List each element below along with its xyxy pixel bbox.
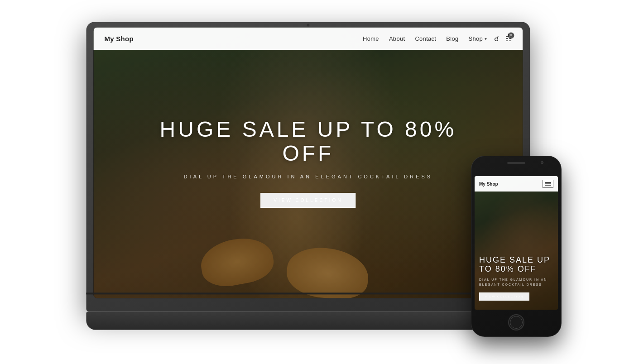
laptop-device: My Shop Home About Contact Blog Shop ▾: [86, 22, 530, 330]
phone-hero-view-collection-button[interactable]: VIEW COLLECTION: [479, 292, 529, 301]
nav-link-home[interactable]: Home: [363, 35, 379, 42]
phone-body: My Shop HUGE SALE UP TO 80% OFF DIAL UP …: [471, 156, 562, 337]
phone-home-button[interactable]: [508, 314, 524, 330]
laptop-screen: My Shop Home About Contact Blog Shop ▾: [93, 27, 523, 298]
search-icon[interactable]: ☌: [494, 34, 499, 43]
nav-shop-dropdown[interactable]: Shop ▾: [469, 35, 487, 42]
phone-navbar: My Shop: [475, 176, 558, 192]
menu-line-2: [545, 183, 551, 184]
nav-link-about[interactable]: About: [389, 35, 405, 42]
laptop-screen-bezel: My Shop Home About Contact Blog Shop ▾: [93, 27, 523, 298]
laptop-hero-title: HUGE SALE UP TO 80% OFF: [136, 118, 480, 166]
phone-home-button-inner: [510, 316, 523, 329]
phone-hero-subtitle: DIAL UP THE GLAMOUR IN AN ELEGANT COCKTA…: [479, 278, 553, 287]
phone-screen-bezel: My Shop HUGE SALE UP TO 80% OFF DIAL UP …: [475, 176, 558, 310]
laptop-body: My Shop Home About Contact Blog Shop ▾: [86, 22, 530, 311]
laptop-base: [86, 311, 530, 330]
laptop-hero-view-collection-button[interactable]: VIEW COLLECTION: [260, 193, 355, 208]
menu-line-3: [545, 185, 551, 186]
phone-screen: My Shop HUGE SALE UP TO 80% OFF DIAL UP …: [475, 176, 558, 310]
phone-hero-content: HUGE SALE UP TO 80% OFF DIAL UP THE GLAM…: [475, 192, 558, 310]
phone-menu-button[interactable]: [543, 180, 553, 188]
phone-speaker: [507, 162, 525, 164]
phone-nav-brand[interactable]: My Shop: [479, 182, 498, 187]
shop-chevron-icon: ▾: [485, 36, 487, 41]
laptop-camera: [307, 24, 309, 26]
menu-line-1: [545, 182, 551, 183]
laptop-hero-subtitle: DIAL UP THE GLAMOUR IN AN ELEGANT COCKTA…: [136, 174, 480, 179]
laptop-navbar: My Shop Home About Contact Blog Shop ▾: [93, 27, 523, 50]
laptop-hero-content: HUGE SALE UP TO 80% OFF DIAL UP THE GLAM…: [136, 118, 480, 208]
phone-camera-dot: [541, 161, 543, 164]
scene: My Shop Home About Contact Blog Shop ▾: [0, 0, 634, 364]
screen-corner-button[interactable]: [509, 31, 519, 38]
phone-hero-title: HUGE SALE UP TO 80% OFF: [479, 255, 553, 274]
phone-device: My Shop HUGE SALE UP TO 80% OFF DIAL UP …: [471, 156, 562, 337]
laptop-nav-links: Home About Contact Blog Shop ▾: [363, 35, 487, 42]
nav-link-contact[interactable]: Contact: [415, 35, 436, 42]
laptop-nav-brand[interactable]: My Shop: [104, 35, 134, 43]
nav-link-blog[interactable]: Blog: [446, 35, 458, 42]
laptop-hinge: [86, 292, 530, 294]
